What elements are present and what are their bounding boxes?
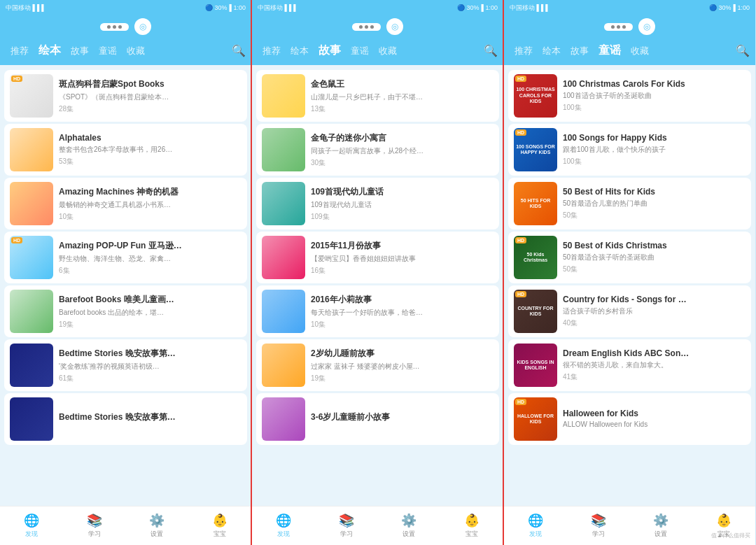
target-button[interactable]: ◎: [134, 18, 151, 35]
item-title: 金色鼠王: [311, 78, 493, 90]
status-right: 🔵 30%▐ 1:00: [709, 4, 750, 11]
tab-绘本[interactable]: 绘本: [34, 42, 66, 59]
list-item[interactable]: HD50 Kids Christmas50 Best of Kids Chris…: [508, 232, 751, 283]
list-item[interactable]: 2岁幼儿睡前故事过家家 蓝袜子 矮婆婆的树皮小屋…19集: [256, 339, 499, 391]
tab-童谣[interactable]: 童谣: [94, 43, 122, 59]
list-item[interactable]: 109首现代幼儿童话109首现代幼儿童话109集: [256, 178, 499, 229]
item-thumbnail: KIDS SONGS IN ENGLISH: [514, 344, 557, 387]
list-item[interactable]: Alphatales整套书包含26本字母故事书，用26…53集: [4, 124, 247, 176]
content-list: HD100 CHRISTMAS CAROLS FOR KIDS100 Chris…: [504, 65, 755, 506]
search-icon[interactable]: 🔍: [484, 44, 498, 57]
tab-推荐[interactable]: 推荐: [6, 43, 34, 59]
bottom-nav-learn[interactable]: 📚学习: [63, 507, 126, 545]
discover-label: 发现: [529, 530, 542, 539]
bottom-nav-discover[interactable]: 🌐发现: [252, 507, 315, 545]
hd-badge: HD: [11, 76, 22, 82]
item-thumbnail: [10, 128, 53, 171]
discover-icon: 🌐: [528, 513, 543, 528]
status-right: 🔵 30%▐ 1:00: [457, 4, 498, 11]
item-info: 2015年11月份故事【爱哟宝贝】香香姐姐妞妞讲故事16集: [311, 240, 493, 276]
bottom-nav-learn[interactable]: 📚学习: [315, 507, 378, 545]
bottom-nav-settings[interactable]: ⚙️设置: [378, 507, 441, 545]
status-bar: 中国移动 ▌▌▌ 🔵 30%▐ 1:00: [504, 0, 755, 15]
target-button[interactable]: ◎: [638, 18, 655, 35]
menu-dots-button[interactable]: [100, 23, 129, 31]
tab-童谣[interactable]: 童谣: [346, 43, 374, 59]
item-desc: '奖金教练'推荐的视频英语初级…: [59, 362, 241, 371]
list-item[interactable]: HD斑点狗科普启蒙Spot Books《SPOT》（斑点狗科普启蒙绘本…28集: [4, 70, 247, 122]
tab-收藏[interactable]: 收藏: [626, 43, 654, 59]
item-thumbnail: [262, 344, 305, 387]
tab-绘本[interactable]: 绘本: [286, 43, 314, 59]
bottom-nav-settings[interactable]: ⚙️设置: [630, 507, 693, 545]
baby-icon: 👶: [464, 513, 479, 528]
list-item[interactable]: Barefoot Books 唯美儿童画…Barefoot books 出品的绘…: [4, 285, 247, 337]
list-item[interactable]: Amazing Machines 神奇的机器最畅销的神奇交通工具机器小书系…10…: [4, 178, 247, 229]
item-title: 2015年11月份故事: [311, 240, 493, 252]
list-item[interactable]: 2016年小莉故事每天给孩子一个好听的故事，给爸…10集: [256, 285, 499, 337]
list-item[interactable]: 金色鼠王山溜儿是一只乡巴耗子，由于不堪…13集: [256, 70, 499, 122]
menu-dots-button[interactable]: [352, 23, 381, 31]
list-item[interactable]: HDCOUNTRY FOR KIDSCountry for Kids - Son…: [508, 285, 751, 337]
item-thumbnail: [10, 344, 53, 387]
bottom-nav: 🌐发现📚学习⚙️设置👶宝宝: [0, 506, 251, 545]
dot2: [617, 25, 620, 29]
item-count: 28集: [59, 104, 241, 114]
item-count: 10集: [59, 212, 241, 222]
bottom-nav-discover[interactable]: 🌐发现: [0, 507, 63, 545]
dot1: [359, 25, 363, 29]
baby-icon: 👶: [212, 513, 227, 528]
item-desc: 50首最适合儿童的热门单曲: [563, 199, 746, 208]
tab-故事[interactable]: 故事: [66, 43, 94, 59]
list-item[interactable]: HD100 SONGS FOR HAPPY KIDS100 Songs for …: [508, 124, 751, 176]
hd-badge: HD: [11, 237, 22, 243]
tab-推荐[interactable]: 推荐: [510, 43, 538, 59]
list-item[interactable]: KIDS SONGS IN ENGLISHDream English Kids …: [508, 339, 751, 391]
item-info: 50 Best of Hits for Kids50首最适合儿童的热门单曲50集: [563, 187, 746, 220]
bottom-nav-discover[interactable]: 🌐发现: [504, 507, 567, 545]
list-item[interactable]: 2015年11月份故事【爱哟宝贝】香香姐姐妞妞讲故事16集: [256, 232, 499, 283]
item-info: 斑点狗科普启蒙Spot Books《SPOT》（斑点狗科普启蒙绘本…28集: [59, 78, 241, 114]
bottom-nav-learn[interactable]: 📚学习: [567, 507, 630, 545]
list-item[interactable]: Bedtime Stories 晚安故事第…'奖金教练'推荐的视频英语初级…61…: [4, 339, 247, 391]
list-item[interactable]: HDHALLOWE FOR KIDSHalloween for KidsALLO…: [508, 393, 751, 445]
panel-panel1: 中国移动 ▌▌▌ 🔵 30%▐ 1:00 ◎ 推荐绘本故事童谣收藏🔍HD斑点狗科…: [0, 0, 252, 545]
tab-绘本[interactable]: 绘本: [538, 43, 566, 59]
item-thumbnail: HD100 SONGS FOR HAPPY KIDS: [514, 128, 557, 171]
search-icon[interactable]: 🔍: [232, 44, 246, 57]
menu-dots-button[interactable]: [604, 23, 633, 31]
bottom-nav-settings[interactable]: ⚙️设置: [126, 507, 189, 545]
list-item[interactable]: 3-6岁儿童睡前小故事: [256, 393, 499, 445]
tab-收藏[interactable]: 收藏: [122, 43, 150, 59]
tab-收藏[interactable]: 收藏: [374, 43, 402, 59]
hd-badge: HD: [515, 237, 526, 243]
learn-label: 学习: [340, 530, 353, 539]
item-desc: 野生动物、海洋生物、恐龙、家禽…: [59, 254, 241, 264]
status-bar: 中国移动 ▌▌▌ 🔵 30%▐ 1:00: [252, 0, 503, 15]
baby-label: 宝宝: [465, 530, 478, 539]
top-bar: ◎: [504, 15, 755, 38]
list-item[interactable]: Bedtime Stories 晚安故事第…: [4, 393, 247, 445]
search-icon[interactable]: 🔍: [736, 44, 750, 57]
item-count: 13集: [311, 104, 493, 114]
bottom-nav-baby[interactable]: 👶宝宝: [440, 507, 503, 545]
item-title: 50 Best of Kids Christmas: [563, 241, 746, 250]
target-button[interactable]: ◎: [386, 18, 403, 35]
tab-童谣[interactable]: 童谣: [594, 42, 626, 59]
item-title: 斑点狗科普启蒙Spot Books: [59, 78, 241, 90]
tab-故事[interactable]: 故事: [566, 43, 594, 59]
item-info: Bedtime Stories 晚安故事第…'奖金教练'推荐的视频英语初级…61…: [59, 348, 241, 383]
item-thumbnail: HDCOUNTRY FOR KIDS: [514, 290, 557, 333]
item-info: 金色鼠王山溜儿是一只乡巴耗子，由于不堪…13集: [311, 78, 493, 114]
list-item[interactable]: HD100 CHRISTMAS CAROLS FOR KIDS100 Chris…: [508, 70, 751, 122]
settings-icon: ⚙️: [149, 513, 164, 528]
list-item[interactable]: 金龟子的迷你小寓言同孩子一起听寓言故事，从28个经…30集: [256, 124, 499, 176]
item-info: Alphatales整套书包含26本字母故事书，用26…53集: [59, 133, 241, 167]
dot1: [611, 25, 615, 29]
list-item[interactable]: 50 HITS FOR KIDS50 Best of Hits for Kids…: [508, 178, 751, 229]
tab-推荐[interactable]: 推荐: [258, 43, 286, 59]
list-item[interactable]: HDAmazing POP-UP Fun 亚马逊…野生动物、海洋生物、恐龙、家禽…: [4, 232, 247, 283]
item-count: 50集: [563, 264, 746, 274]
bottom-nav-baby[interactable]: 👶宝宝: [188, 507, 251, 545]
tab-故事[interactable]: 故事: [314, 42, 346, 59]
